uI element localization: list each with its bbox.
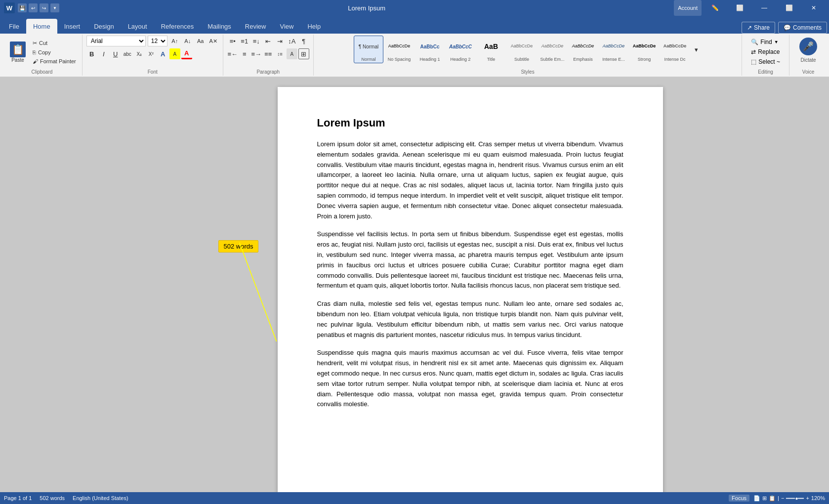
clipboard-group: 📋 Paste ✂ Cut ⎘ Copy 🖌 Format — [2, 35, 83, 76]
document-main[interactable]: 502 words Lorem Ipsum Lorem ipsum dolor … — [141, 77, 799, 492]
increase-indent-btn[interactable]: ⇥ — [275, 36, 286, 46]
select-icon: ⬚ — [751, 58, 756, 65]
shading-btn[interactable]: A — [287, 48, 297, 59]
font-size-select[interactable]: 12 — [148, 36, 167, 46]
cut-button[interactable]: ✂ Cut — [31, 39, 78, 47]
paste-button[interactable]: 📋 Paste — [6, 40, 30, 65]
style-subtle-em[interactable]: AaBbCcDe Subtle Em... — [538, 36, 567, 63]
view-read-icon[interactable]: 📋 — [769, 495, 776, 502]
strikethrough-button[interactable]: abc — [122, 48, 133, 59]
share-button[interactable]: ↗ Share — [742, 22, 775, 34]
account-area[interactable]: Account — [674, 0, 702, 16]
multilevel-list-btn[interactable]: ≡↓ — [251, 36, 262, 46]
decrease-font-btn[interactable]: A↓ — [182, 36, 193, 46]
style-no-spacing-label: No Spacing — [388, 57, 411, 62]
style-intense-dc-preview: AaBbCcDe — [663, 37, 687, 56]
style-strong[interactable]: AaBbCcDe Strong — [629, 36, 659, 63]
replace-button[interactable]: ⇄ Replace — [748, 47, 783, 56]
underline-button[interactable]: U — [110, 48, 121, 59]
line-spacing-btn[interactable]: ↕≡ — [275, 48, 286, 59]
zoom-in-btn[interactable]: + — [806, 495, 809, 501]
save-icon[interactable]: 💾 — [18, 3, 27, 12]
annotation-line — [189, 243, 298, 366]
style-intense-em-label: Intense E... — [602, 57, 625, 62]
superscript-button[interactable]: X² — [146, 48, 157, 59]
text-effects-btn[interactable]: A — [158, 48, 168, 59]
status-right: Focus 📄 ⊞ 📋 | − ━━━●━━ + 120% — [729, 495, 825, 502]
style-emphasis[interactable]: AaBbCcDe Emphasis — [568, 36, 598, 63]
minimize-button[interactable]: — — [753, 0, 776, 16]
bold-button[interactable]: B — [86, 48, 97, 59]
document-title[interactable]: Lorem Ipsum — [317, 117, 623, 129]
style-intense-em[interactable]: AaBbCcDe Intense E... — [599, 36, 628, 63]
style-heading2[interactable]: AaBbCcC Heading 2 — [446, 36, 475, 63]
pen-icon[interactable]: ✏️ — [704, 0, 726, 16]
tab-mailings[interactable]: Mailings — [201, 19, 238, 34]
style-heading1[interactable]: AaBbCc Heading 1 — [415, 36, 445, 63]
align-center-btn[interactable]: ≡ — [239, 48, 250, 59]
word-count[interactable]: 502 words — [40, 495, 65, 501]
italic-button[interactable]: I — [98, 48, 109, 59]
tab-review[interactable]: Review — [238, 19, 273, 34]
clear-formatting-btn[interactable]: A✕ — [208, 36, 219, 46]
tab-help[interactable]: Help — [300, 19, 328, 34]
view-grid-icon[interactable]: ⊞ — [762, 495, 767, 502]
maximize-button[interactable]: ⬜ — [778, 0, 800, 16]
paragraph-4[interactable]: Suspendisse quis magna quis mauris maxim… — [317, 348, 623, 410]
style-intense-dc[interactable]: AaBbCcDe Intense Dc — [660, 36, 690, 63]
focus-button[interactable]: Focus — [729, 495, 749, 502]
copy-button[interactable]: ⎘ Copy — [31, 48, 78, 56]
tab-layout[interactable]: Layout — [121, 19, 154, 34]
style-no-spacing[interactable]: AaBbCcDe No Spacing — [384, 36, 414, 63]
svg-line-0 — [240, 243, 277, 341]
comments-button[interactable]: 💬 Comments — [778, 22, 827, 34]
redo-icon[interactable]: ↪ — [40, 3, 48, 12]
style-normal[interactable]: ¶ Normal Normal — [354, 36, 383, 63]
tab-references[interactable]: References — [154, 19, 201, 34]
format-painter-button[interactable]: 🖌 Format Painter — [31, 57, 78, 65]
tab-view[interactable]: View — [273, 19, 300, 34]
language[interactable]: English (United States) — [73, 495, 128, 501]
paragraph-1[interactable]: Lorem ipsum dolor sit amet, consectetur … — [317, 139, 623, 221]
quick-access-toolbar: 💾 ↩ ↪ ▼ — [18, 3, 59, 12]
style-title[interactable]: AaB Title — [476, 36, 506, 63]
style-heading2-preview: AaBbCcC — [449, 37, 472, 56]
zoom-out-btn[interactable]: − — [781, 495, 784, 501]
customize-icon[interactable]: ▼ — [50, 3, 59, 12]
font-color-btn[interactable]: A — [181, 48, 192, 59]
align-left-btn[interactable]: ≡← — [227, 48, 238, 59]
close-button[interactable]: ✕ — [802, 0, 825, 16]
numbered-list-btn[interactable]: ≡1 — [239, 36, 250, 46]
ribbon-display-icon[interactable]: ⬜ — [728, 0, 751, 16]
borders-btn[interactable]: ⊞ — [298, 48, 309, 59]
change-case-btn[interactable]: Aa — [195, 36, 206, 46]
style-subtitle[interactable]: AaBbCcDe Subtitle — [507, 36, 537, 63]
tab-design[interactable]: Design — [87, 19, 121, 34]
tab-insert[interactable]: Insert — [57, 19, 87, 34]
find-button[interactable]: 🔍 Find ▼ — [748, 38, 783, 46]
undo-icon[interactable]: ↩ — [29, 3, 38, 12]
paragraph-2[interactable]: Suspendisse vel facilisis lectus. In por… — [317, 229, 623, 291]
show-hide-btn[interactable]: ¶ — [298, 36, 309, 46]
tab-home[interactable]: Home — [26, 19, 57, 34]
styles-more-btn[interactable]: ▾ — [691, 44, 702, 55]
align-right-btn[interactable]: ≡→ — [251, 48, 262, 59]
subscript-button[interactable]: X₂ — [134, 48, 145, 59]
align-row: ≡← ≡ ≡→ ≡≡ ↕≡ A ⊞ — [227, 48, 309, 59]
style-intense-em-preview: AaBbCcDe — [603, 37, 625, 56]
sort-btn[interactable]: ↕A — [287, 36, 297, 46]
justify-btn[interactable]: ≡≡ — [263, 48, 274, 59]
bullet-list-btn[interactable]: ≡• — [227, 36, 238, 46]
font-family-select[interactable]: Arial — [86, 36, 146, 46]
editing-group: 🔍 Find ▼ ⇄ Replace ⬚ Select ~ Editing — [742, 35, 789, 76]
select-button[interactable]: ⬚ Select ~ — [748, 57, 783, 66]
paragraph-group: ≡• ≡1 ≡↓ ⇤ ⇥ ↕A ¶ ≡← ≡ ≡→ ≡≡ ↕≡ A ⊞ — [223, 35, 314, 76]
text-highlight-btn[interactable]: A — [169, 48, 180, 59]
paragraph-3[interactable]: Cras diam nulla, molestie sed felis vel,… — [317, 299, 623, 340]
increase-font-btn[interactable]: A↑ — [169, 36, 180, 46]
dictate-button[interactable]: 🎤 — [799, 38, 817, 55]
tab-file[interactable]: File — [2, 19, 26, 34]
decrease-indent-btn[interactable]: ⇤ — [263, 36, 274, 46]
zoom-slider[interactable]: ━━━●━━ — [786, 496, 804, 501]
view-normal-icon[interactable]: 📄 — [753, 495, 760, 502]
